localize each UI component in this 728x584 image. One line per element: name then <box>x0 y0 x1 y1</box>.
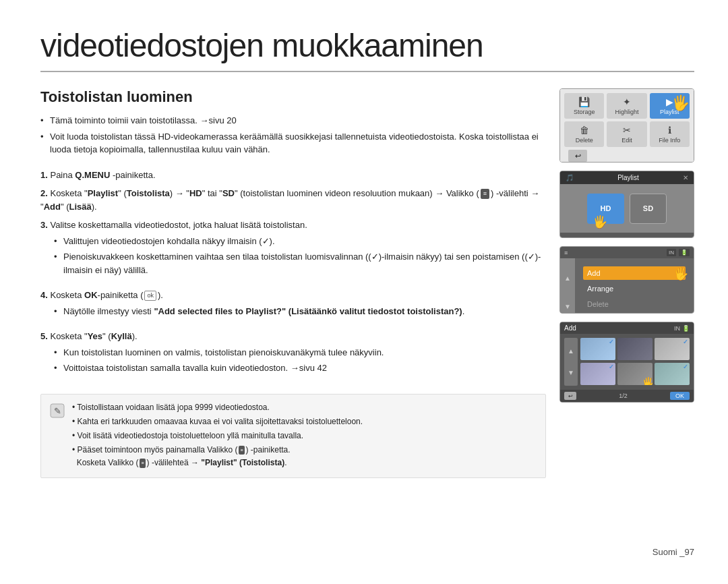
edit-icon: ✂ <box>623 125 631 136</box>
ss3-inner: ▲ ▼ Add 🖐 Arrange <box>560 258 694 314</box>
footer-text: Suomi _97 <box>653 547 694 557</box>
ss4-ok-btn[interactable]: OK <box>670 392 690 400</box>
ss4-page: 1/2 <box>619 392 628 399</box>
ss4-down: ▼ <box>568 369 574 376</box>
section-title: Toistolistan luominen <box>40 88 546 106</box>
ss2-hd-card[interactable]: HD 🖐 <box>587 194 624 224</box>
step-3-bullet-2: Pienoiskuvakkeen koskettaminen vaihtaa s… <box>54 250 546 276</box>
note-1: • Toistollistaan voidaan lisätä jopa 999… <box>72 401 363 414</box>
ss2-close-icon[interactable]: ✕ <box>683 174 688 181</box>
ss2-title-icon: 🎵 <box>566 174 574 181</box>
ss4-thumb-4[interactable] <box>580 363 615 385</box>
ss1-highlight-btn: ✦ Highlight <box>607 93 646 119</box>
note-box: ✎ • Toistollistaan voidaan lisätä jopa 9… <box>40 394 546 479</box>
svg-text:✎: ✎ <box>54 406 61 416</box>
ss4-thumb-6-img <box>655 363 690 385</box>
ss3-delete-item[interactable]: Delete <box>583 297 686 311</box>
ss3-delete-label: Delete <box>587 300 609 308</box>
ss4-up: ▲ <box>568 347 574 355</box>
step-5-bold2: Kyllä <box>111 331 132 341</box>
ss4-thumb-5[interactable]: 🖐 <box>617 363 653 385</box>
ss2-bottom: ↩ <box>560 237 694 238</box>
step-2-bold5: Add <box>44 202 61 212</box>
step-4-bullets: Näytölle ilmestyy viesti "Add selected f… <box>54 305 546 321</box>
ss2-inner: 🎵 Playlist ✕ HD 🖐 SD <box>560 171 694 237</box>
ss4-back-btn[interactable]: ↩ <box>564 392 576 400</box>
ss4-thumb-2[interactable] <box>617 338 653 360</box>
note-icon: ✎ <box>49 403 65 419</box>
page: videotiedostojen muokkaaminen Toistolist… <box>0 0 728 584</box>
ss4-inner: Add IN 🔋 ▲ ▼ <box>560 322 694 402</box>
ss3-icon-1: IN <box>667 249 676 256</box>
ss3-add-item[interactable]: Add 🖐 <box>583 266 686 280</box>
note-4: • Pääset toimintoon myös painamalla Vali… <box>72 444 363 469</box>
edit-label: Edit <box>621 137 632 144</box>
delete-icon: 🗑 <box>580 125 589 136</box>
step-2-num: 2. <box>40 188 48 198</box>
right-column: 💾 Storage ✦ Highlight ▶ Playlist <box>559 88 694 542</box>
ss4-thumb-3[interactable] <box>655 338 690 360</box>
step-5-num: 5. <box>40 331 48 341</box>
hand-cursor-ss1: 🖐 <box>671 94 690 112</box>
ss4-thumb-3-img <box>655 338 690 360</box>
ss3-down-arrow: ▼ <box>564 303 571 310</box>
ss3-right: Add 🖐 Arrange Delete <box>575 258 694 314</box>
highlight-label: Highlight <box>615 109 638 115</box>
screenshot-menu: 💾 Storage ✦ Highlight ▶ Playlist <box>559 88 694 163</box>
menu-icon-1: ≡ <box>481 189 489 200</box>
ss4-title-bar: Add IN 🔋 <box>560 322 694 334</box>
ss2-title-bar: 🎵 Playlist ✕ <box>560 171 694 184</box>
ss3-top-bar: ≡ IN 🔋 <box>560 247 694 258</box>
menu-icon-3: ≡ <box>140 459 145 467</box>
intro-bullet-1: Tämä toiminto toimii vain toistotilassa.… <box>40 114 546 127</box>
ss2-title-label: Playlist <box>617 174 639 181</box>
screenshot-add-thumbs: Add IN 🔋 ▲ ▼ <box>559 322 694 403</box>
ss1-back-btn[interactable]: ↩ <box>568 150 587 162</box>
note-content: • Toistollistaan voidaan lisätä jopa 999… <box>72 401 363 471</box>
ss4-sidebar: ▲ ▼ <box>564 338 578 386</box>
ss3-title: ≡ <box>564 250 568 256</box>
note-2: • Kahta eri tarkkuuden omaavaa kuvaa ei … <box>72 415 363 428</box>
ss4-grid: ▲ ▼ <box>560 334 694 390</box>
ss2-sd-card[interactable]: SD <box>630 194 667 224</box>
storage-icon: 💾 <box>578 96 590 107</box>
ss3-top-icons: IN 🔋 <box>667 249 690 256</box>
step-5-bold1: Yes <box>88 331 102 341</box>
step-3-num: 3. <box>40 220 48 230</box>
ss1-storage-btn: 💾 Storage <box>564 93 604 119</box>
step-1: 1. Paina Q.MENU -painiketta. <box>40 169 546 182</box>
step-5-bullets: Kun toistolistan luominen on valmis, toi… <box>54 346 546 378</box>
ss3-up-arrow: ▲ <box>564 274 571 282</box>
step-4-num: 4. <box>40 290 48 300</box>
ss3-arrange-item[interactable]: Arrange <box>583 282 686 295</box>
ss4-title-icons: IN 🔋 <box>674 325 690 332</box>
step-2: 2. Kosketa "Playlist" (Toistolista) → "H… <box>40 187 546 213</box>
step-5-bullet-1: Kun toistolistan luominen on valmis, toi… <box>54 346 546 359</box>
step-4-bold: OK <box>84 290 98 300</box>
storage-label: Storage <box>574 109 595 115</box>
fileinfo-icon: ℹ <box>668 125 671 136</box>
ss4-thumb-1-img <box>580 338 615 360</box>
intro-bullets: Tämä toiminto toimii vain toistotilassa.… <box>40 114 546 159</box>
step-2-bold1: Playlist <box>88 188 119 198</box>
step-1-num: 1. <box>40 170 48 180</box>
screenshot-add-menu: ≡ IN 🔋 ▲ ▼ <box>559 246 694 314</box>
ss4-title-label: Add <box>564 324 576 332</box>
step-3: 3. Valitse koskettamalla videotiedostot,… <box>40 218 546 232</box>
step-3-bullets: Valittujen videotiedostojen kohdalla näk… <box>54 235 546 280</box>
step-2-bold3: HD <box>189 188 202 198</box>
step-1-key: Q.MENU <box>75 170 110 180</box>
ok-icon: ok <box>144 291 156 301</box>
delete-label: Delete <box>576 137 593 144</box>
ss1-edit-btn: ✂ Edit <box>607 121 646 147</box>
ss4-thumb-1[interactable] <box>580 338 615 360</box>
step-2-bold2: Toistolista <box>127 188 170 198</box>
fileinfo-label: File Info <box>659 137 680 144</box>
ss4-thumb-6[interactable] <box>655 363 690 385</box>
ss4-thumbnails: 🖐 <box>580 338 690 386</box>
step-2-bold6: Lisää <box>69 202 91 212</box>
step-4: 4. Kosketa OK-painiketta (ok). <box>40 289 546 302</box>
hand-cursor-ss4: 🖐 <box>642 376 653 385</box>
ss4-battery-icon: 🔋 <box>682 325 690 332</box>
ss3-arrange-label: Arrange <box>587 285 613 293</box>
